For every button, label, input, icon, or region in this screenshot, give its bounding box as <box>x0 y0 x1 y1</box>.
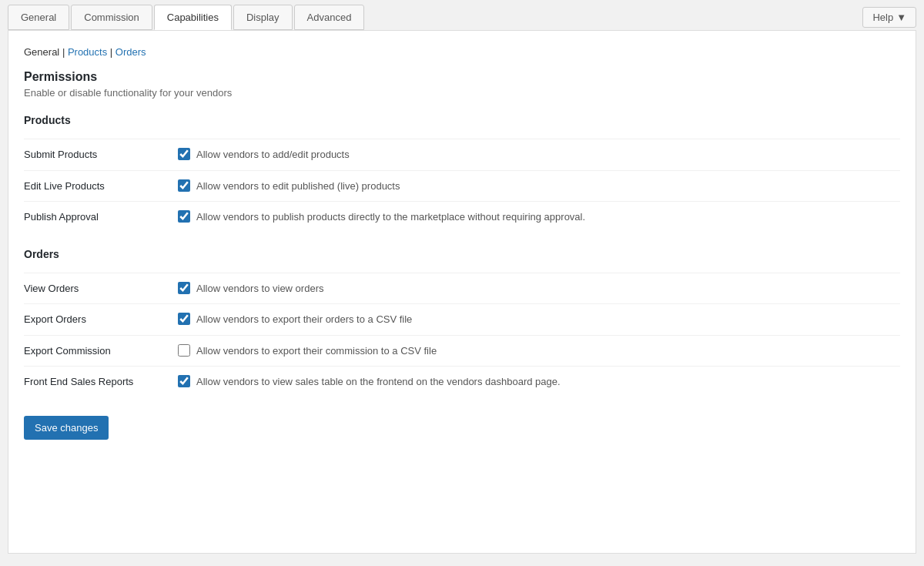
setting-desc-front_end_sales_reports[interactable]: Allow vendors to view sales table on the… <box>196 374 561 390</box>
setting-label-submit_products: Submit Products <box>24 147 178 160</box>
setting-control-export_commission: Allow vendors to export their commission… <box>178 343 900 359</box>
breadcrumb-current: General <box>24 46 59 58</box>
setting-desc-publish_approval[interactable]: Allow vendors to publish products direct… <box>196 209 585 225</box>
help-label: Help <box>872 12 893 23</box>
products-settings-group: Submit ProductsAllow vendors to add/edit… <box>24 139 900 233</box>
tabs-container: GeneralCommissionCapabilitiesDisplayAdva… <box>8 5 366 30</box>
breadcrumb-products-link[interactable]: Products <box>68 46 107 58</box>
top-bar: GeneralCommissionCapabilitiesDisplayAdva… <box>0 0 924 30</box>
setting-desc-submit_products[interactable]: Allow vendors to add/edit products <box>196 147 350 162</box>
setting-label-view_orders: View Orders <box>24 281 178 294</box>
setting-control-view_orders: Allow vendors to view orders <box>178 281 900 296</box>
setting-control-export_orders: Allow vendors to export their orders to … <box>178 312 900 327</box>
breadcrumb: General | Products | Orders <box>24 46 900 58</box>
setting-label-edit_live_products: Edit Live Products <box>24 179 178 192</box>
help-button[interactable]: Help ▼ <box>862 7 916 28</box>
checkbox-front_end_sales_reports[interactable] <box>178 375 190 387</box>
setting-row-edit_live_products: Edit Live ProductsAllow vendors to edit … <box>24 170 900 202</box>
permissions-title: Permissions <box>24 70 900 84</box>
setting-control-submit_products: Allow vendors to add/edit products <box>178 147 900 162</box>
setting-control-publish_approval: Allow vendors to publish products direct… <box>178 209 900 225</box>
setting-row-view_orders: View OrdersAllow vendors to view orders <box>24 273 900 304</box>
checkbox-submit_products[interactable] <box>178 148 190 160</box>
setting-label-publish_approval: Publish Approval <box>24 209 178 223</box>
orders-settings-group: View OrdersAllow vendors to view ordersE… <box>24 273 900 397</box>
setting-desc-export_commission[interactable]: Allow vendors to export their commission… <box>196 343 437 359</box>
breadcrumb-orders-link[interactable]: Orders <box>116 46 146 58</box>
setting-row-publish_approval: Publish ApprovalAllow vendors to publish… <box>24 201 900 233</box>
checkbox-view_orders[interactable] <box>178 282 190 294</box>
chevron-down-icon: ▼ <box>896 12 906 23</box>
setting-label-front_end_sales_reports: Front End Sales Reports <box>24 374 178 387</box>
tab-commission[interactable]: Commission <box>71 5 152 30</box>
products-group-title: Products <box>24 114 900 129</box>
setting-desc-edit_live_products[interactable]: Allow vendors to edit published (live) p… <box>196 179 400 194</box>
setting-row-export_commission: Export CommissionAllow vendors to export… <box>24 335 900 367</box>
setting-row-export_orders: Export OrdersAllow vendors to export the… <box>24 303 900 335</box>
setting-label-export_orders: Export Orders <box>24 312 178 325</box>
setting-row-front_end_sales_reports: Front End Sales ReportsAllow vendors to … <box>24 366 900 397</box>
tab-capabilities[interactable]: Capabilities <box>154 5 232 30</box>
content-area: General | Products | Orders Permissions … <box>8 30 916 554</box>
setting-control-edit_live_products: Allow vendors to edit published (live) p… <box>178 179 900 194</box>
tab-general[interactable]: General <box>8 5 69 30</box>
tab-display[interactable]: Display <box>233 5 293 30</box>
setting-desc-export_orders[interactable]: Allow vendors to export their orders to … <box>196 312 412 327</box>
setting-label-export_commission: Export Commission <box>24 343 178 357</box>
tab-advanced[interactable]: Advanced <box>294 5 365 30</box>
orders-group-title: Orders <box>24 248 900 263</box>
checkbox-export_orders[interactable] <box>178 313 190 325</box>
checkbox-edit_live_products[interactable] <box>178 179 190 192</box>
checkbox-publish_approval[interactable] <box>178 210 190 223</box>
setting-control-front_end_sales_reports: Allow vendors to view sales table on the… <box>178 374 900 390</box>
page-wrapper: GeneralCommissionCapabilitiesDisplayAdva… <box>0 0 924 566</box>
permissions-description: Enable or disable functionality for your… <box>24 87 900 99</box>
setting-row-submit_products: Submit ProductsAllow vendors to add/edit… <box>24 139 900 170</box>
save-changes-button[interactable]: Save changes <box>24 416 109 440</box>
setting-desc-view_orders[interactable]: Allow vendors to view orders <box>196 281 323 296</box>
checkbox-export_commission[interactable] <box>178 344 190 357</box>
